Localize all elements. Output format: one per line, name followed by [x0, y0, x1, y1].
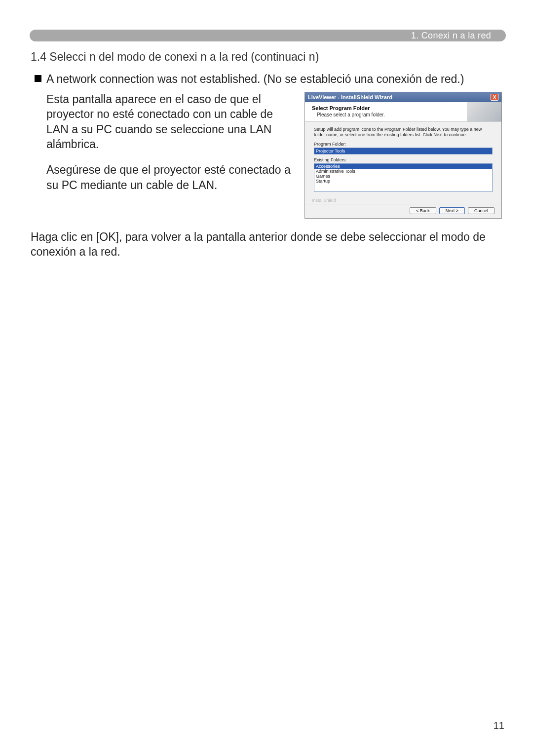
wizard-description: Setup will add program icons to the Prog…: [314, 127, 493, 138]
left-text-column: Esta pantalla aparece en el caso de que …: [46, 92, 293, 219]
list-item[interactable]: Administrative Tools: [314, 169, 492, 174]
bullet-text: A network connection was not established…: [46, 72, 464, 87]
header-bar: 1. Conexi n a la red: [30, 30, 506, 41]
close-icon[interactable]: X: [491, 94, 498, 101]
paragraph-1: Esta pantalla aparece en el caso de que …: [46, 92, 293, 151]
wizard-title-text: LiveViewer - InstallShield Wizard: [308, 94, 392, 100]
program-folder-label: Program Folder:: [314, 142, 493, 147]
wizard-brand: InstallShield: [305, 197, 501, 204]
square-bullet-icon: [35, 75, 41, 82]
existing-folders-list[interactable]: Accessories Administrative Tools Games S…: [314, 163, 493, 192]
back-button[interactable]: < Back: [410, 207, 436, 214]
cancel-button[interactable]: Cancel: [468, 207, 495, 214]
program-folder-input[interactable]: Projector Tools: [314, 148, 493, 154]
breadcrumb: 1. Conexi n a la red: [411, 31, 491, 41]
wizard-titlebar: LiveViewer - InstallShield Wizard X: [305, 92, 501, 102]
wizard-body: Setup will add program icons to the Prog…: [305, 122, 501, 197]
list-item[interactable]: Games: [314, 174, 492, 179]
list-item[interactable]: Accessories: [314, 164, 492, 169]
list-item[interactable]: Startup: [314, 179, 492, 184]
wizard-header: Select Program Folder Please select a pr…: [305, 102, 501, 122]
install-wizard-dialog: LiveViewer - InstallShield Wizard X Sele…: [305, 92, 502, 219]
page-number: 11: [494, 720, 504, 731]
next-button[interactable]: Next >: [439, 207, 465, 214]
paragraph-3: Haga clic en [OK], para volver a la pant…: [31, 229, 506, 260]
section-title: 1.4 Selecci n del modo de conexi n a la …: [31, 50, 506, 64]
bullet-line: A network connection was not established…: [35, 72, 506, 87]
wizard-header-graphic: [467, 102, 501, 121]
wizard-footer: < Back Next > Cancel: [305, 204, 501, 218]
existing-folders-label: Existing Folders:: [314, 157, 493, 162]
paragraph-2: Asegúrese de que el proyector esté conec…: [46, 162, 293, 192]
